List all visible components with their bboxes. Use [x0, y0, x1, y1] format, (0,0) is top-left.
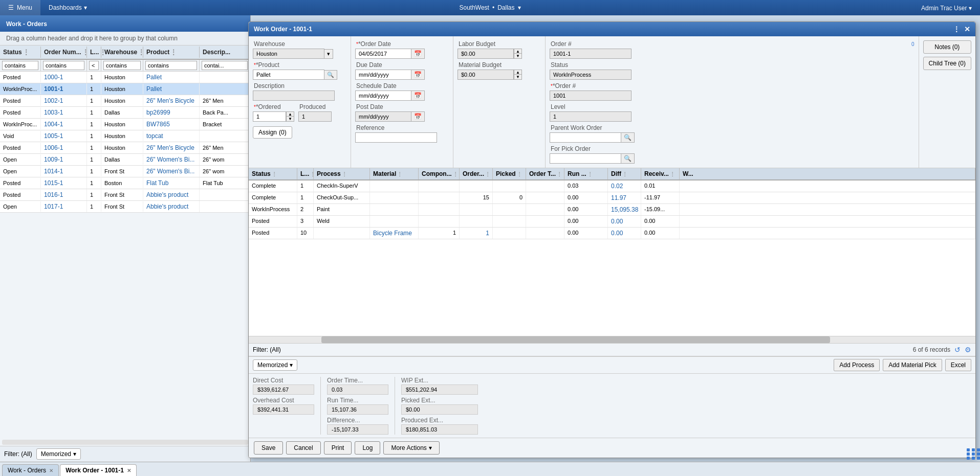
grid-hscrollbar[interactable] — [249, 336, 975, 343]
memorized-button[interactable]: Memorized ▾ — [36, 448, 81, 460]
table-row[interactable]: Open 1014-1 1 Front St 26" Women's Bi...… — [0, 166, 250, 177]
dialog-close-icon[interactable]: ✕ — [964, 25, 970, 33]
grid-col-w[interactable]: W... — [680, 168, 975, 179]
for-pick-search-btn[interactable]: 🔍 — [621, 153, 635, 164]
table-row[interactable]: WorkInProc... 1004-1 1 Houston BW7865 Br… — [0, 119, 250, 130]
log-button[interactable]: Log — [355, 441, 380, 455]
tab-close-icon[interactable]: ✕ — [49, 468, 53, 473]
order-date-calendar-btn[interactable]: 📅 — [411, 49, 425, 59]
col-order-num[interactable]: Order Num... ⋮ — [41, 47, 87, 58]
cell-desc: Bracket — [200, 119, 250, 129]
tab-work-orders[interactable]: Work - Orders ✕ — [2, 464, 59, 476]
grid-cell-component — [419, 180, 460, 192]
grid-col-run[interactable]: Run ... ⋮ — [564, 168, 608, 179]
grid-col-order[interactable]: Order... ⋮ — [460, 168, 493, 179]
grid-cell-process — [314, 228, 370, 239]
level-filter[interactable] — [89, 61, 99, 70]
ordered-down-btn[interactable]: ▼ — [286, 117, 294, 122]
cell-desc — [200, 205, 250, 209]
col-level[interactable]: L... ⋮ — [87, 47, 101, 58]
table-row[interactable]: Posted 1016-1 1 Front St Abbie's product — [0, 189, 250, 201]
warehouse-filter[interactable] — [103, 61, 141, 70]
grid-col-component[interactable]: Compon... ⋮ — [419, 168, 460, 179]
assign-button[interactable]: Assign (0) — [253, 126, 292, 139]
labor-budget-input[interactable] — [458, 49, 514, 59]
warehouse-input[interactable] — [253, 49, 324, 59]
col-status[interactable]: Status ⋮ — [0, 47, 41, 58]
for-pick-input[interactable] — [550, 153, 621, 164]
table-row[interactable]: Posted 1002-1 1 Houston 26" Men's Bicycl… — [0, 95, 250, 107]
labor-budget-up-btn[interactable]: ▲ — [514, 49, 522, 54]
product-filter[interactable] — [145, 61, 197, 70]
grid-cell-material — [370, 192, 419, 203]
grid-col-receiv[interactable]: Receiv... ⋮ — [641, 168, 680, 179]
parent-wo-input[interactable] — [550, 132, 621, 143]
table-row[interactable]: WorkInProc... 1001-1 1 Houston Pallet — [0, 83, 250, 95]
ordered-input[interactable] — [253, 111, 286, 122]
schedule-date-calendar-btn[interactable]: 📅 — [411, 90, 425, 101]
due-date-calendar-btn[interactable]: 📅 — [411, 70, 425, 80]
reference-input[interactable] — [355, 132, 437, 143]
excel-button[interactable]: Excel — [945, 359, 971, 371]
grid-col-material[interactable]: Material ⋮ — [370, 168, 419, 179]
grid-row[interactable]: Complete 1 CheckOut-Sup... 15 0 0.00 11.… — [249, 192, 975, 204]
more-actions-button[interactable]: More Actions ▾ — [383, 441, 439, 455]
tab-close-icon[interactable]: ✕ — [127, 468, 131, 473]
grid-settings-icon[interactable]: ⚙ — [965, 346, 971, 354]
tab-work-order-1001[interactable]: Work Order - 1001-1 ✕ — [60, 464, 137, 476]
dashboards-button[interactable]: Dashboards ▾ — [40, 0, 95, 15]
child-tree-button[interactable]: Child Tree (0) — [923, 57, 971, 70]
description-input[interactable] — [253, 90, 335, 101]
status-filter[interactable] — [2, 61, 38, 70]
table-row[interactable]: Posted 1000-1 1 Houston Pallet — [0, 72, 250, 83]
grid-row[interactable]: Posted 10 Bicycle Frame 1 1 0.00 0.00 0.… — [249, 228, 975, 239]
menu-button[interactable]: ☰ Menu — [0, 0, 40, 15]
table-row[interactable]: Posted 1003-1 1 Dallas bp26999 Back Pa..… — [0, 107, 250, 119]
grid-col-level[interactable]: L... ⋮ — [297, 168, 314, 179]
user-menu-button[interactable]: Admin Trac User ▾ — [913, 4, 980, 12]
desc-filter[interactable] — [202, 61, 248, 70]
cancel-button[interactable]: Cancel — [286, 441, 320, 455]
ordered-up-btn[interactable]: ▲ — [286, 111, 294, 117]
material-budget-down-btn[interactable]: ▼ — [514, 75, 522, 80]
table-row[interactable]: Open 1009-1 1 Dallas 26" Women's Bi... 2… — [0, 154, 250, 166]
wo-scrollbar[interactable] — [2, 440, 248, 445]
add-material-pick-button[interactable]: Add Material Pick — [883, 359, 942, 371]
grid-col-order-time[interactable]: Order T... ⋮ — [526, 168, 564, 179]
grid-row[interactable]: WorkInProcess 2 Paint 0.00 15,095.38 -15… — [249, 204, 975, 216]
table-row[interactable]: Open 1017-1 1 Front St Abbie's product — [0, 201, 250, 213]
grid-memorized-button[interactable]: Memorized ▾ — [253, 359, 297, 371]
grid-col-diff[interactable]: Diff ⋮ — [608, 168, 641, 179]
grid-row[interactable]: Posted 3 Weld 0.00 0.00 0.00 — [249, 216, 975, 228]
product-search-btn[interactable]: 🔍 — [324, 70, 337, 80]
order-date-input[interactable] — [355, 49, 411, 59]
grid-col-picked[interactable]: Picked ⋮ — [493, 168, 526, 179]
parent-wo-search-btn[interactable]: 🔍 — [621, 132, 635, 143]
print-button[interactable]: Print — [324, 441, 352, 455]
schedule-date-input[interactable] — [355, 90, 411, 101]
order-time-field: Order Time... 0.03 — [327, 377, 388, 395]
grid-row[interactable]: Complete 1 CheckIn-SuperV 0.03 0.02 0.01 — [249, 180, 975, 192]
grid-refresh-icon[interactable]: ↺ — [954, 346, 961, 354]
table-row[interactable]: Posted 1015-1 1 Boston Flat Tub Flat Tub — [0, 177, 250, 189]
product-input[interactable] — [253, 70, 324, 80]
col-product[interactable]: Product ⋮ — [143, 47, 200, 58]
save-button[interactable]: Save — [254, 441, 283, 455]
warehouse-dropdown-btn[interactable]: ▾ — [324, 49, 333, 59]
notes-button[interactable]: Notes (0) — [923, 40, 971, 54]
order-num-link[interactable]: 0 — [911, 41, 914, 47]
form-col-5: Notes (0) Child Tree (0) — [919, 36, 975, 168]
material-budget-up-btn[interactable]: ▲ — [514, 70, 522, 75]
labor-budget-down-btn[interactable]: ▼ — [514, 54, 522, 59]
material-budget-input[interactable] — [458, 70, 514, 80]
table-row[interactable]: Void 1005-1 1 Houston topcat — [0, 130, 250, 142]
grid-col-status[interactable]: Status ⋮ — [249, 168, 297, 179]
add-process-button[interactable]: Add Process — [834, 359, 880, 371]
due-date-input[interactable] — [355, 70, 411, 80]
grid-col-process[interactable]: Process ⋮ — [314, 168, 370, 179]
dialog-more-icon[interactable]: ⋮ — [953, 25, 960, 33]
order-num-filter[interactable] — [43, 61, 84, 70]
table-row[interactable]: Posted 1006-1 1 Houston 26" Men's Bicycl… — [0, 142, 250, 154]
col-description[interactable]: Descrip... — [200, 47, 250, 58]
col-warehouse[interactable]: Warehouse ⋮ — [101, 47, 143, 58]
